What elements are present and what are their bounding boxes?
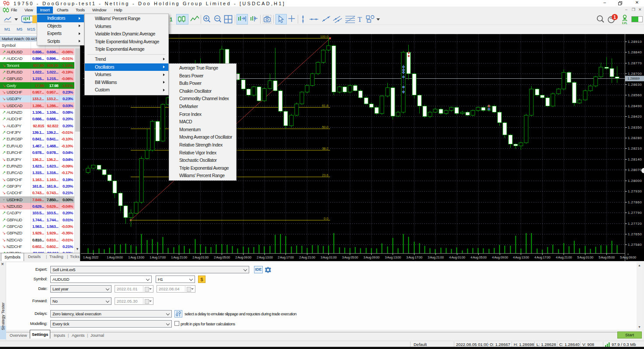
svg-text:1.28070: 1.28070 xyxy=(628,168,642,172)
svg-text:1 Aug 2022: 1 Aug 2022 xyxy=(83,255,98,259)
svg-text:3 Aug 13:00: 3 Aug 13:00 xyxy=(385,255,401,259)
svg-text:2 Aug 13:00: 2 Aug 13:00 xyxy=(257,255,273,259)
svg-text:1.28910: 1.28910 xyxy=(628,40,642,44)
svg-text:3 Aug 01:00: 3 Aug 01:00 xyxy=(320,255,337,259)
svg-text:1.28700: 1.28700 xyxy=(628,72,642,76)
svg-text:1.28560: 1.28560 xyxy=(628,93,642,97)
svg-text:1.28669: 1.28669 xyxy=(627,77,640,80)
svg-text:1.28770: 1.28770 xyxy=(628,61,642,65)
svg-text:1.28420: 1.28420 xyxy=(628,115,642,119)
svg-text:3 Aug 09:00: 3 Aug 09:00 xyxy=(363,255,379,259)
svg-text:3 Aug 05:00: 3 Aug 05:00 xyxy=(342,255,358,259)
svg-text:4 Aug 05:00: 4 Aug 05:00 xyxy=(470,255,487,259)
svg-text:1.27860: 1.27860 xyxy=(628,200,642,204)
svg-text:38.2: 38.2 xyxy=(322,147,328,150)
svg-text:4 Aug 01:00: 4 Aug 01:00 xyxy=(449,255,465,259)
svg-text:1.28280: 1.28280 xyxy=(628,136,642,140)
svg-text:100.0: 100.0 xyxy=(320,35,328,38)
svg-text:4 Aug 13:00: 4 Aug 13:00 xyxy=(513,255,529,259)
svg-text:5 Aug 05:00: 5 Aug 05:00 xyxy=(599,255,615,259)
svg-text:1.27720: 1.27720 xyxy=(628,222,642,226)
svg-text:50.0: 50.0 xyxy=(322,125,328,129)
svg-text:1 Aug 21:00: 1 Aug 21:00 xyxy=(171,255,187,259)
svg-text:2 Aug 09:00: 2 Aug 09:00 xyxy=(235,255,251,259)
svg-text:1: 1 xyxy=(613,15,616,20)
svg-text:4 Aug 21:00: 4 Aug 21:00 xyxy=(556,255,572,259)
svg-text:1.27790: 1.27790 xyxy=(628,211,642,215)
svg-text:4 Aug 09:00: 4 Aug 09:00 xyxy=(492,255,508,259)
svg-text:1 Aug 13:00: 1 Aug 13:00 xyxy=(128,255,144,259)
svg-text:1.28140: 1.28140 xyxy=(628,157,642,161)
svg-text:1.27580: 1.27580 xyxy=(628,243,642,247)
svg-text:23.6: 23.6 xyxy=(322,173,328,177)
svg-text:1: 1 xyxy=(170,17,173,23)
svg-text:1.28840: 1.28840 xyxy=(628,50,642,54)
svg-text:61.8: 61.8 xyxy=(322,104,328,108)
svg-text:2 Aug 21:00: 2 Aug 21:00 xyxy=(299,255,315,259)
svg-text:1.27650: 1.27650 xyxy=(628,232,642,236)
svg-text:2 Aug 01:00: 2 Aug 01:00 xyxy=(192,255,209,259)
svg-text:1.28000: 1.28000 xyxy=(628,179,642,183)
svg-text:LVL: LVL xyxy=(622,21,627,24)
svg-text:2 Aug 05:00: 2 Aug 05:00 xyxy=(214,255,230,259)
svg-text:1.28210: 1.28210 xyxy=(628,147,642,150)
svg-text:1.27930: 1.27930 xyxy=(628,189,642,193)
svg-text:T: T xyxy=(358,16,362,23)
svg-text:1.28630: 1.28630 xyxy=(628,83,642,87)
svg-text:1 Aug 17:00: 1 Aug 17:00 xyxy=(150,255,166,259)
svg-text:5 Aug 09:00: 5 Aug 09:00 xyxy=(620,255,636,259)
svg-text:5 Aug 01:00: 5 Aug 01:00 xyxy=(577,255,593,259)
svg-text:3 Aug 21:00: 3 Aug 21:00 xyxy=(428,255,444,259)
svg-text:1.28350: 1.28350 xyxy=(628,126,642,129)
svg-text:2 Aug 17:00: 2 Aug 17:00 xyxy=(278,255,294,259)
svg-text:1.28490: 1.28490 xyxy=(628,104,642,108)
svg-text:1 Aug 09:00: 1 Aug 09:00 xyxy=(107,255,123,259)
svg-text:0.0: 0.0 xyxy=(324,216,328,220)
svg-text:4 Aug 17:00: 4 Aug 17:00 xyxy=(534,255,550,259)
svg-text:3 Aug 17:00: 3 Aug 17:00 xyxy=(406,255,422,259)
